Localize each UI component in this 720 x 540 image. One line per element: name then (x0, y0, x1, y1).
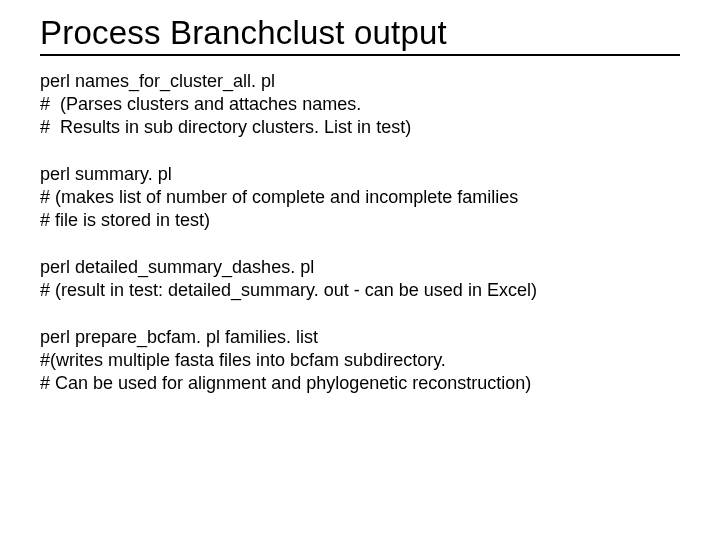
code-line: perl names_for_cluster_all. pl (40, 70, 680, 93)
title-underline (40, 54, 680, 56)
code-line: # Results in sub directory clusters. Lis… (40, 116, 680, 139)
code-line: perl summary. pl (40, 163, 680, 186)
code-block-2: perl summary. pl # (makes list of number… (40, 163, 680, 232)
code-block-1: perl names_for_cluster_all. pl # (Parses… (40, 70, 680, 139)
code-line: # (Parses clusters and attaches names. (40, 93, 680, 116)
code-line: # file is stored in test) (40, 209, 680, 232)
code-line: # Can be used for alignment and phylogen… (40, 372, 680, 395)
code-line: #(writes multiple fasta files into bcfam… (40, 349, 680, 372)
code-block-3: perl detailed_summary_dashes. pl # (resu… (40, 256, 680, 302)
code-line: perl prepare_bcfam. pl families. list (40, 326, 680, 349)
code-line: # (result in test: detailed_summary. out… (40, 279, 680, 302)
page-title: Process Branchclust output (40, 14, 680, 52)
code-line: perl detailed_summary_dashes. pl (40, 256, 680, 279)
code-line: # (makes list of number of complete and … (40, 186, 680, 209)
slide: Process Branchclust output perl names_fo… (0, 0, 720, 540)
code-block-4: perl prepare_bcfam. pl families. list #(… (40, 326, 680, 395)
